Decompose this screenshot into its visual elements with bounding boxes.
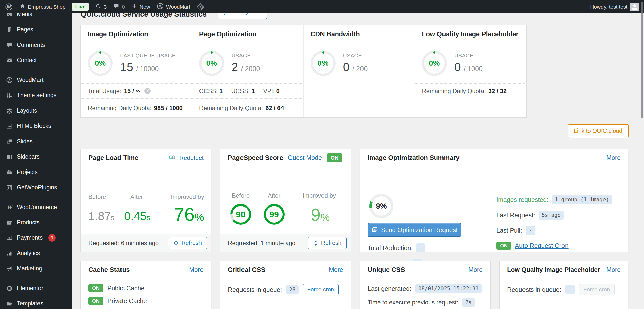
css-counts-row: CCSS: 1 UCSS: 1 VPI: 0 bbox=[192, 83, 303, 98]
svg-text:$: $ bbox=[8, 236, 10, 240]
sidebar-item-layouts[interactable]: Layouts bbox=[0, 103, 72, 118]
more-link[interactable]: More bbox=[189, 266, 204, 273]
site-name: Empressa Shop bbox=[28, 4, 65, 10]
card-title: Unique CSS bbox=[368, 266, 405, 274]
more-link[interactable]: More bbox=[606, 154, 621, 161]
comments-menu[interactable]: 0 bbox=[113, 3, 125, 11]
updates-menu[interactable]: 3 bbox=[95, 3, 107, 11]
last-pull-value: - bbox=[526, 226, 535, 235]
sidebar-item-pages[interactable]: Pages bbox=[0, 22, 72, 37]
refresh-button[interactable]: Refresh bbox=[168, 237, 207, 249]
stat-col-title: Low Quality Image Placeholder bbox=[415, 25, 526, 43]
card-footer: Requested: 1 minute ago Refresh bbox=[220, 234, 351, 252]
woocommerce-icon: W bbox=[6, 204, 13, 211]
sidebar-item-woocommerce[interactable]: W WooCommerce bbox=[0, 199, 72, 215]
info-icon[interactable]: i bbox=[144, 88, 151, 94]
stat-col-image-optimization: Image Optimization 0% FAST QUEUE USAGE 1… bbox=[81, 25, 192, 117]
sidebar-item-html-blocks[interactable]: HTML Blocks bbox=[0, 118, 72, 134]
sidebar-item-theme-settings[interactable]: Theme settings bbox=[0, 88, 72, 103]
sidebars-icon bbox=[6, 154, 13, 160]
woodmart-label: WoodMart bbox=[166, 4, 190, 10]
sidebar-item-templates[interactable]: Templates bbox=[0, 296, 72, 309]
howdy-text[interactable]: Howdy, test test bbox=[590, 4, 627, 10]
send-optimization-request-button[interactable]: Send Optimization Request bbox=[368, 223, 461, 237]
exec-time-value: 2s bbox=[462, 298, 475, 307]
guest-mode-link[interactable]: Guest Mode bbox=[288, 154, 322, 161]
sidebar-item-analytics[interactable]: Analytics bbox=[0, 246, 72, 261]
sidebar-item-contact[interactable]: Contact bbox=[0, 53, 72, 68]
remaining-quota-row: Remaining Daily Quota:62 / 64 bbox=[192, 98, 303, 117]
after-score-ring: 99 bbox=[264, 204, 285, 225]
products-icon bbox=[6, 219, 13, 226]
update-icon bbox=[95, 3, 101, 11]
after-label: After bbox=[264, 192, 285, 199]
pagespeed-score-card: PageSpeed Score Guest Mode ON Before Aft… bbox=[220, 149, 351, 252]
on-badge: ON bbox=[88, 297, 103, 305]
improved-label: Improved by bbox=[171, 193, 204, 200]
sidebar-item-comments[interactable]: Comments bbox=[0, 37, 72, 53]
usage-value: 15 bbox=[120, 60, 133, 74]
avatar[interactable] bbox=[630, 3, 639, 11]
wp-logo-icon[interactable]: W bbox=[5, 3, 13, 11]
envelope-icon bbox=[6, 57, 13, 64]
sidebar-item-getwooplugins[interactable]: GetWooPlugins bbox=[0, 180, 72, 195]
stat-col-title: Image Optimization bbox=[81, 25, 192, 43]
woodmart-icon bbox=[6, 77, 13, 83]
sidebar-item-slides[interactable]: Slides bbox=[0, 134, 72, 149]
payments-icon: $ bbox=[6, 235, 13, 241]
queue-value: - bbox=[565, 285, 575, 294]
sidebar-item-payments[interactable]: $ Payments 1 bbox=[0, 230, 72, 246]
sidebar-item-projects[interactable]: Projects bbox=[0, 164, 72, 180]
requested-text: Requested: 6 minutes ago bbox=[88, 239, 159, 247]
card-title: PageSpeed Score bbox=[228, 154, 283, 162]
sidebar-item-elementor[interactable]: Elementor bbox=[0, 281, 72, 296]
auto-request-cron-link[interactable]: Auto Request Cron bbox=[515, 242, 569, 249]
stat-col-page-optimization: Page Optimization 0% USAGE 2/ 2000 CCSS:… bbox=[192, 25, 304, 117]
ring-dot bbox=[211, 51, 213, 54]
requests-in-queue-row: Requests in queue: - Force cron bbox=[507, 284, 621, 295]
new-label: New bbox=[140, 4, 150, 10]
usage-value: 2 bbox=[232, 60, 238, 74]
usage-stats-card: Image Optimization 0% FAST QUEUE USAGE 1… bbox=[80, 25, 527, 118]
refresh-button[interactable]: Refresh bbox=[308, 237, 347, 249]
more-link[interactable]: More bbox=[468, 266, 483, 273]
usage-label: USAGE bbox=[454, 53, 483, 59]
scrollbar-thumb[interactable] bbox=[641, 2, 643, 118]
refresh-icon bbox=[173, 240, 179, 246]
usage-label: FAST QUEUE USAGE bbox=[120, 53, 176, 59]
critical-css-card: Critical CSS More Requests in queue: 28 … bbox=[220, 261, 351, 309]
progress-ring: 0% bbox=[311, 51, 336, 76]
more-link[interactable]: More bbox=[329, 266, 343, 273]
payments-count-badge: 1 bbox=[48, 234, 56, 242]
site-menu[interactable]: Empressa Shop bbox=[19, 3, 65, 11]
before-value: 1.87s bbox=[88, 209, 115, 223]
more-link[interactable]: More bbox=[606, 266, 621, 273]
last-request-value: 5s ago bbox=[539, 211, 564, 220]
ring-dot bbox=[99, 51, 101, 54]
new-menu[interactable]: New bbox=[131, 3, 150, 10]
private-cache-row: ON Private Cache bbox=[88, 297, 204, 305]
after-value: 0.45s bbox=[124, 209, 150, 223]
pages-icon bbox=[6, 26, 13, 33]
redetect-link[interactable]: Redetect bbox=[179, 154, 204, 161]
code-block-icon bbox=[6, 123, 13, 129]
before-score-ring: 90 bbox=[230, 204, 251, 225]
progress-ring: 0% bbox=[88, 51, 113, 76]
stat-col-cdn-bandwidth: CDN Bandwidth 0% USAGE 0/ 200 bbox=[304, 25, 415, 117]
guest-mode-on-badge: ON bbox=[327, 153, 343, 162]
litespeed-diamond-icon[interactable] bbox=[197, 3, 205, 11]
sidebar-item-marketing[interactable]: Marketing bbox=[0, 261, 72, 276]
force-cron-button[interactable]: Force cron bbox=[303, 284, 339, 295]
usage-limit: / 200 bbox=[352, 65, 368, 73]
usage-value: 0 bbox=[343, 60, 350, 74]
requested-time[interactable]: 1 minute bbox=[260, 239, 284, 247]
section-divider bbox=[80, 127, 636, 127]
sidebar-item-woodmart[interactable]: WoodMart bbox=[0, 72, 72, 88]
elementor-icon bbox=[6, 285, 13, 292]
woodmart-menu[interactable]: WoodMart bbox=[157, 3, 190, 11]
sidebar-item-sidebars[interactable]: Sidebars bbox=[0, 149, 72, 164]
page-load-time-card: Page Load Time Redetect Before After Imp… bbox=[80, 149, 211, 252]
link-to-quiccloud-button[interactable]: Link to QUIC.cloud bbox=[568, 124, 629, 138]
sidebar-item-products[interactable]: Products bbox=[0, 215, 72, 230]
requested-time[interactable]: 6 minutes bbox=[121, 239, 147, 247]
